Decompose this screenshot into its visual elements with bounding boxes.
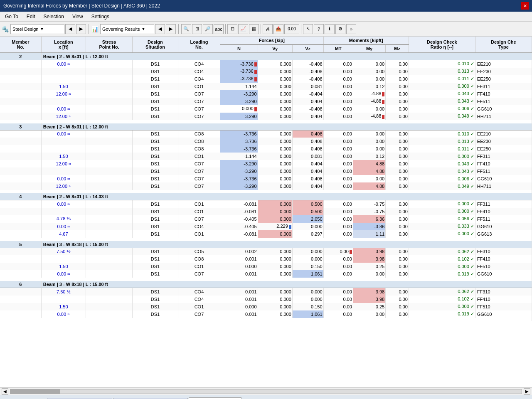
table-row: DS1 CO4 -3.736 0.000 -0.408 0.00 0.00 0.… bbox=[0, 68, 532, 75]
header-design-check-ratio: Design CheckRatio η [--] bbox=[409, 37, 475, 53]
scroll-left-btn[interactable]: ◀ bbox=[2, 388, 8, 395]
cell-member-no bbox=[0, 60, 41, 68]
cell-type: GG610 bbox=[475, 105, 532, 113]
menu-settings[interactable]: Settings bbox=[90, 14, 111, 20]
cell-MT: 0.00 bbox=[323, 98, 353, 105]
cell-Vz: -0.081 bbox=[292, 83, 323, 90]
cell-type: FF311 bbox=[475, 153, 532, 160]
cell-loading-no: CO1 bbox=[178, 208, 220, 215]
cell-design-sit: DS1 bbox=[133, 98, 178, 105]
next-button-1[interactable]: ▶ bbox=[76, 24, 86, 34]
export-button[interactable]: 📤 bbox=[273, 24, 283, 34]
bottom-tabs: |◀ ◀ 1 of 3 ▶ ▶| Internal Forces by Memb… bbox=[0, 395, 532, 399]
menu-view[interactable]: View bbox=[71, 14, 85, 20]
print-button[interactable]: 🖨 bbox=[263, 24, 273, 34]
cell-type: FF510 bbox=[475, 303, 532, 310]
cell-design-sit: DS1 bbox=[133, 130, 178, 138]
member-id: 6 bbox=[0, 281, 41, 288]
governing-results-dropdown[interactable]: Governing Results ▼ bbox=[100, 24, 154, 34]
cell-loading-no: CO7 bbox=[178, 90, 220, 98]
cell-ratio: 0.000 ✓ bbox=[409, 83, 475, 90]
cell-Vz: 0.150 bbox=[292, 263, 323, 270]
cell-member-no bbox=[0, 208, 41, 215]
cell-member-no bbox=[0, 138, 41, 145]
cell-Vy: 0.000 bbox=[258, 145, 292, 153]
cell-location bbox=[41, 145, 86, 153]
cell-stress-point bbox=[86, 215, 133, 223]
cell-N: -0.405 bbox=[220, 223, 258, 230]
help-button[interactable]: ? bbox=[314, 24, 324, 34]
menu-edit[interactable]: Edit bbox=[25, 14, 37, 20]
cell-Vy: 0.000 bbox=[258, 60, 292, 68]
cell-Mz: 0.00 bbox=[386, 113, 409, 120]
cell-ratio: 0.013 ✓ bbox=[409, 138, 475, 145]
cell-type: EE250 bbox=[475, 145, 532, 153]
cell-design-sit: DS1 bbox=[133, 200, 178, 208]
more-button[interactable]: » bbox=[346, 24, 356, 34]
abc-button[interactable]: abc bbox=[214, 24, 224, 34]
cell-design-sit: DS1 bbox=[133, 145, 178, 153]
cell-Vy: 0.000 bbox=[258, 175, 292, 182]
cell-Mz: 0.00 bbox=[386, 175, 409, 182]
cell-Vy: 0.000 bbox=[258, 230, 292, 238]
cell-Vy: 0.000 bbox=[258, 288, 292, 296]
cell-location bbox=[41, 167, 86, 175]
cell-member-no bbox=[0, 68, 41, 75]
scrollbar-thumb[interactable] bbox=[10, 389, 60, 394]
cell-design-sit: DS1 bbox=[133, 182, 178, 190]
cell-Vy: 0.000 bbox=[258, 75, 292, 83]
member-header-row: 2 Beam | 2 - W 8x31 | L : 12.00 ft bbox=[0, 53, 532, 60]
horizontal-scrollbar[interactable] bbox=[10, 389, 522, 394]
cell-design-sit: DS1 bbox=[133, 208, 178, 215]
grid-button[interactable]: ⊟ bbox=[227, 24, 237, 34]
cell-location bbox=[41, 138, 86, 145]
menu-goto[interactable]: Go To bbox=[3, 14, 20, 20]
column-button[interactable]: ▦ bbox=[249, 24, 259, 34]
prev-button-1[interactable]: ◀ bbox=[65, 24, 75, 34]
filter-button[interactable]: 🔎 bbox=[203, 24, 213, 34]
next-button-2[interactable]: ▶ bbox=[166, 24, 176, 34]
member-header-row: 5 Beam | 3 - W 8x18 | L : 15.00 ft bbox=[0, 241, 532, 248]
cell-Vy: 0.000 bbox=[258, 160, 292, 167]
prev-button-2[interactable]: ◀ bbox=[155, 24, 165, 34]
settings-button[interactable]: ⚙ bbox=[335, 24, 345, 34]
cell-Mz: 0.00 bbox=[386, 68, 409, 75]
member-description: Beam | 2 - W 8x31 | L : 14.33 ft bbox=[41, 193, 532, 200]
cell-N: -3.736 bbox=[220, 130, 258, 138]
cursor-button[interactable]: ↖ bbox=[303, 24, 313, 34]
close-button[interactable]: ✕ bbox=[521, 2, 529, 10]
cell-N: 0.001 bbox=[220, 310, 258, 318]
cell-MT: 0.00 bbox=[323, 296, 353, 303]
cell-ratio: 0.019 ✓ bbox=[409, 310, 475, 318]
chart-button[interactable]: 📈 bbox=[238, 24, 248, 34]
menu-bar: Go To Edit Selection View Settings bbox=[0, 12, 532, 22]
info-button[interactable]: ℹ bbox=[325, 24, 335, 34]
header-design-check-type: Design CheType bbox=[475, 37, 532, 53]
scroll-right-btn[interactable]: ▶ bbox=[524, 388, 530, 395]
tab-governing-loading[interactable]: Governing Loading bbox=[189, 397, 241, 399]
cell-stress-point bbox=[86, 223, 133, 230]
cell-loading-no: CO4 bbox=[178, 288, 220, 296]
cell-N: -3.736 bbox=[220, 175, 258, 182]
cell-design-sit: DS1 bbox=[133, 175, 178, 182]
cell-design-sit: DS1 bbox=[133, 60, 178, 68]
cell-Mz: 0.00 bbox=[386, 160, 409, 167]
cell-Vz: -0.404 bbox=[292, 90, 323, 98]
search-button[interactable]: 🔍 bbox=[181, 24, 191, 34]
cell-loading-no: CO7 bbox=[178, 105, 220, 113]
cell-ratio: 0.000 ✓ bbox=[409, 263, 475, 270]
cell-MT: 0.00 bbox=[323, 223, 353, 230]
table-button[interactable]: ⊞ bbox=[192, 24, 202, 34]
copy-button[interactable]: 0.00 bbox=[284, 24, 299, 34]
cell-type: FF310 bbox=[475, 288, 532, 296]
cell-Vz: 0.408 bbox=[292, 175, 323, 182]
cell-ratio: 0.049 ✓ bbox=[409, 182, 475, 190]
cell-member-no bbox=[0, 296, 41, 303]
cell-My: 0.25 bbox=[353, 263, 385, 270]
cell-design-sit: DS1 bbox=[133, 83, 178, 90]
menu-selection[interactable]: Selection bbox=[42, 14, 66, 20]
steel-design-dropdown[interactable]: Steel Design ▼ bbox=[10, 24, 64, 34]
cell-type: GG610 bbox=[475, 223, 532, 230]
cell-location: 1.50 bbox=[41, 303, 86, 310]
table-row: 0.00 ≈ DS1 CO8 -3.736 0.000 0.408 0.00 0… bbox=[0, 130, 532, 138]
